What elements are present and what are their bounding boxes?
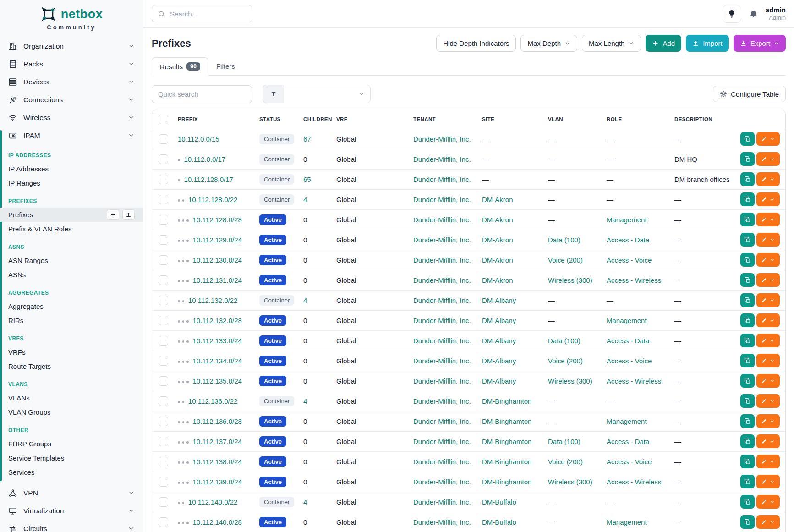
vlan-link[interactable]: Wireless (300) [548, 276, 592, 284]
sidebar-item-vpn[interactable]: VPN [0, 484, 143, 502]
row-checkbox[interactable] [159, 417, 168, 426]
row-checkbox[interactable] [159, 517, 168, 527]
site-link[interactable]: DM-Albany [482, 357, 516, 365]
sidebar-item-ipam[interactable]: IPAM [0, 126, 143, 144]
prefix-link[interactable]: 10.112.140.0/22 [188, 498, 237, 506]
vlan-link[interactable]: Data (100) [548, 236, 580, 244]
row-checkbox[interactable] [159, 195, 168, 204]
vlan-link[interactable]: Voice (200) [548, 458, 583, 466]
sidebar-item-ip-ranges[interactable]: IP Ranges [0, 176, 143, 190]
configure-table-button[interactable]: Configure Table [713, 86, 786, 102]
tenant-link[interactable]: Dunder-Mifflin, Inc. [413, 135, 471, 143]
sidebar-item-organization[interactable]: Organization [0, 37, 143, 55]
max-depth-dropdown[interactable]: Max Depth [520, 35, 577, 52]
clone-button[interactable] [740, 495, 755, 509]
site-link[interactable]: DM-Binghamton [482, 438, 531, 445]
row-checkbox[interactable] [159, 175, 168, 184]
prefix-link[interactable]: 10.112.0.0/17 [184, 155, 226, 163]
tab-results[interactable]: Results 90 [152, 57, 208, 76]
sidebar-item-aggregates[interactable]: Aggregates [0, 299, 143, 313]
children-count-link[interactable]: 4 [303, 196, 307, 203]
clone-button[interactable] [740, 233, 755, 247]
column-header-children[interactable]: CHILDREN [299, 110, 332, 129]
brand-logo[interactable]: netbox Community [0, 0, 143, 31]
tenant-link[interactable]: Dunder-Mifflin, Inc. [413, 176, 471, 183]
tenant-link[interactable]: Dunder-Mifflin, Inc. [413, 377, 471, 385]
sidebar-item-rirs[interactable]: RIRs [0, 313, 143, 328]
edit-dropdown-button[interactable] [756, 475, 780, 488]
clone-button[interactable] [740, 394, 755, 408]
prefix-link[interactable]: 10.112.130.0/24 [193, 256, 242, 264]
row-checkbox[interactable] [159, 255, 168, 265]
role-link[interactable]: Access - Voice [607, 458, 652, 466]
column-header-role[interactable]: ROLE [602, 110, 670, 129]
clone-button[interactable] [740, 293, 755, 307]
tenant-link[interactable]: Dunder-Mifflin, Inc. [413, 317, 471, 324]
row-checkbox[interactable] [159, 356, 168, 366]
prefix-link[interactable]: 10.112.135.0/24 [193, 377, 242, 385]
row-checkbox[interactable] [159, 275, 168, 285]
row-checkbox[interactable] [159, 154, 168, 164]
tenant-link[interactable]: Dunder-Mifflin, Inc. [413, 458, 471, 466]
site-link[interactable]: DM-Buffalo [482, 518, 516, 526]
edit-dropdown-button[interactable] [756, 334, 780, 347]
sidebar-item-circuits[interactable]: Circuits [0, 520, 143, 532]
site-link[interactable]: DM-Akron [482, 276, 513, 284]
site-link[interactable]: DM-Albany [482, 317, 516, 324]
sidebar-item-asn-ranges[interactable]: ASN Ranges [0, 253, 143, 268]
export-dropdown-button[interactable]: Export [734, 35, 786, 52]
prefix-link[interactable]: 10.112.133.0/24 [193, 337, 242, 345]
sidebar-item-asns[interactable]: ASNs [0, 268, 143, 282]
vlan-link[interactable]: Data (100) [548, 337, 580, 345]
search-input[interactable] [170, 10, 239, 18]
quick-add-button[interactable] [107, 209, 119, 220]
edit-dropdown-button[interactable] [756, 313, 780, 327]
clone-button[interactable] [740, 152, 755, 166]
role-link[interactable]: Access - Data [607, 438, 649, 445]
edit-dropdown-button[interactable] [756, 152, 780, 166]
prefix-link[interactable]: 10.112.139.0/24 [193, 478, 242, 486]
clone-button[interactable] [740, 313, 755, 327]
edit-dropdown-button[interactable] [756, 192, 780, 206]
site-link[interactable]: DM-Akron [482, 256, 513, 264]
children-count-link[interactable]: 65 [303, 176, 311, 183]
prefix-link[interactable]: 10.112.128.0/22 [188, 196, 237, 203]
tenant-link[interactable]: Dunder-Mifflin, Inc. [413, 397, 471, 405]
role-link[interactable]: Access - Data [607, 236, 649, 244]
column-header-vrf[interactable]: VRF [332, 110, 409, 129]
prefix-link[interactable]: 10.112.132.0/22 [188, 296, 237, 304]
tenant-link[interactable]: Dunder-Mifflin, Inc. [413, 196, 471, 203]
sidebar-item-racks[interactable]: Racks [0, 55, 143, 73]
edit-dropdown-button[interactable] [756, 293, 780, 307]
row-checkbox[interactable] [159, 376, 168, 386]
sidebar-item-devices[interactable]: Devices [0, 73, 143, 91]
prefix-link[interactable]: 10.112.128.0/17 [184, 176, 233, 183]
clone-button[interactable] [740, 213, 755, 226]
site-link[interactable]: DM-Albany [482, 377, 516, 385]
site-link[interactable]: DM-Akron [482, 236, 513, 244]
sidebar-item-vrfs[interactable]: VRFs [0, 345, 143, 359]
tenant-link[interactable]: Dunder-Mifflin, Inc. [413, 438, 471, 445]
edit-dropdown-button[interactable] [756, 394, 780, 408]
sidebar-item-fhrp-groups[interactable]: FHRP Groups [0, 437, 143, 451]
tab-filters[interactable]: Filters [208, 57, 243, 75]
children-count-link[interactable]: 4 [303, 296, 307, 304]
edit-dropdown-button[interactable] [756, 434, 780, 448]
row-checkbox[interactable] [159, 134, 168, 144]
row-checkbox[interactable] [159, 396, 168, 406]
clone-button[interactable] [740, 515, 755, 529]
edit-dropdown-button[interactable] [756, 515, 780, 529]
edit-dropdown-button[interactable] [756, 253, 780, 267]
hide-depth-indicators-button[interactable]: Hide Depth Indicators [436, 35, 516, 52]
tenant-link[interactable]: Dunder-Mifflin, Inc. [413, 296, 471, 304]
sidebar-item-route-targets[interactable]: Route Targets [0, 359, 143, 373]
role-link[interactable]: Management [607, 518, 647, 526]
vlan-link[interactable]: Voice (200) [548, 256, 583, 264]
clone-button[interactable] [740, 434, 755, 448]
filter-addon[interactable] [263, 85, 284, 103]
row-checkbox[interactable] [159, 235, 168, 245]
edit-dropdown-button[interactable] [756, 374, 780, 388]
edit-dropdown-button[interactable] [756, 273, 780, 287]
clone-button[interactable] [740, 132, 755, 146]
site-link[interactable]: DM-Albany [482, 337, 516, 345]
